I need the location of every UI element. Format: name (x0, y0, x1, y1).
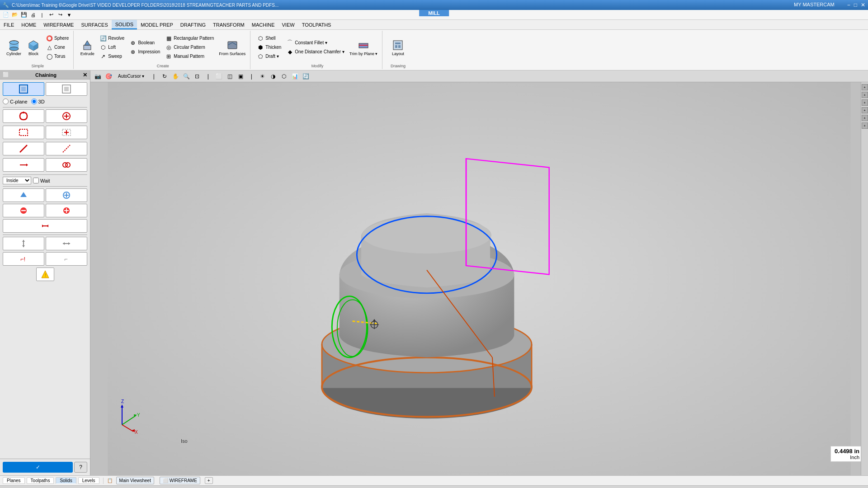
ok-button[interactable]: ✓ (3, 462, 73, 473)
menu-drafting[interactable]: DRAFTING (177, 20, 209, 29)
tab-levels[interactable]: Levels (78, 477, 99, 484)
save-button[interactable]: 💾 (20, 11, 28, 19)
vp-view3-icon[interactable]: ▣ (236, 72, 245, 81)
sphere-button[interactable]: ⭕ Sphere (44, 34, 71, 42)
trim-by-plane-button[interactable]: Trim by Plane ▾ (348, 38, 380, 57)
right-btn-3[interactable]: + (862, 99, 868, 106)
chain-diag2-button[interactable] (46, 142, 87, 155)
help-button[interactable]: ? (74, 462, 87, 473)
chaining-type-solid[interactable] (3, 82, 44, 96)
draft-button[interactable]: ⬠ Draft ▾ (255, 52, 283, 61)
print-button[interactable]: 🖨 (29, 11, 37, 19)
menu-transform[interactable]: TRANSFORM (209, 20, 248, 29)
chain-loop2-button[interactable] (46, 158, 87, 172)
block-button[interactable]: Block (24, 38, 42, 57)
menu-machine[interactable]: MACHINE (248, 20, 278, 29)
undo-button[interactable]: ↩ (47, 11, 55, 19)
add-viewsheet-button[interactable]: + (205, 477, 213, 484)
menu-wireframe[interactable]: WIREFRAME (40, 20, 77, 29)
action-swap-button[interactable] (3, 219, 87, 233)
bracket-left-button[interactable]: ⌐! (3, 252, 44, 266)
vp-zoom-icon[interactable]: 🔍 (182, 72, 191, 81)
chain-arrow-button[interactable] (3, 158, 44, 172)
bracket-right-button[interactable]: ⌐ (46, 252, 87, 266)
cplane-radio[interactable] (3, 99, 9, 104)
cplane-radio-label[interactable]: C-plane (3, 99, 28, 104)
right-btn-6[interactable]: + (862, 122, 868, 129)
chain-loop-button[interactable] (3, 109, 44, 123)
impression-button[interactable]: ⊗ Impression (127, 48, 162, 56)
circular-pattern-button[interactable]: ◎ Circular Pattern (163, 43, 216, 52)
vp-view2-icon[interactable]: ◫ (225, 72, 234, 81)
vp-light-icon[interactable]: ☀ (258, 72, 267, 81)
settings-icon[interactable]: ▼ (65, 11, 73, 19)
sweep-button[interactable]: ↗ Sweep (98, 52, 126, 61)
cylinder-button[interactable]: Cylinder (5, 38, 23, 57)
inside-outside-select[interactable]: Inside Outside All (3, 177, 31, 184)
cone-button[interactable]: △ Cone (44, 43, 71, 52)
right-btn-2[interactable]: + (862, 92, 868, 98)
chaining-type-wire[interactable] (46, 82, 87, 96)
menu-solids[interactable]: SOLIDS (112, 20, 137, 29)
menu-surfaces[interactable]: SURFACES (77, 20, 111, 29)
vp-fit-icon[interactable]: ⊡ (193, 72, 202, 81)
right-btn-1[interactable]: + (862, 84, 868, 90)
chaining-close-button[interactable]: ✕ (83, 72, 87, 78)
tab-planes[interactable]: Planes (3, 477, 25, 484)
wireframe-tab[interactable]: ⬜ WIREFRAME (160, 477, 200, 484)
menu-modelprep[interactable]: MODEL PREP (137, 20, 177, 29)
rectangular-pattern-button[interactable]: ▦ Rectangular Pattern (163, 34, 216, 42)
menu-toolpaths[interactable]: TOOLPATHS (298, 20, 335, 29)
minimize-button[interactable]: − (847, 2, 850, 8)
nav-leftright-button[interactable] (46, 237, 87, 250)
main-viewsheet-tab[interactable]: Main Viewsheet (116, 477, 154, 484)
extrude-button[interactable]: Extrude (78, 38, 96, 57)
nav-updown-button[interactable] (3, 237, 44, 250)
loft-button[interactable]: ⬡ Loft (98, 43, 126, 52)
close-button[interactable]: ✕ (861, 2, 865, 8)
manual-pattern-button[interactable]: ⊞ Manual Pattern (163, 52, 216, 61)
menu-file[interactable]: FILE (0, 20, 18, 29)
warning-button[interactable]: ! (36, 267, 54, 281)
vp-analysis-icon[interactable]: 📊 (290, 72, 299, 81)
open-button[interactable]: 📂 (11, 11, 19, 19)
action-no-button[interactable] (3, 204, 44, 217)
tab-toolpaths[interactable]: Toolpaths (27, 477, 54, 484)
redo-button[interactable]: ↪ (56, 11, 64, 19)
vp-wire-icon[interactable]: ⬡ (279, 72, 288, 81)
shell-button[interactable]: ⬡ Shell (255, 34, 283, 42)
vp-shade-icon[interactable]: ◑ (269, 72, 278, 81)
3d-radio-label[interactable]: 3D (31, 99, 45, 104)
from-surfaces-button[interactable]: From Surfaces (217, 38, 247, 57)
wait-checkbox[interactable] (33, 178, 39, 183)
vp-autocursor-icon[interactable]: 🎯 (104, 72, 113, 81)
maximize-button[interactable]: □ (854, 2, 857, 8)
menu-view[interactable]: VIEW (278, 20, 298, 29)
3d-radio[interactable] (31, 99, 37, 104)
layout-button[interactable]: Layout (389, 38, 407, 57)
canvas-3d[interactable]: Z Y X Iso 0.4498 in Inch (90, 82, 868, 475)
chain-rect-button[interactable] (3, 126, 44, 139)
vp-pan-icon[interactable]: ✋ (171, 72, 180, 81)
action-no-x-button[interactable] (46, 204, 87, 217)
action-add-circle-button[interactable] (46, 188, 87, 202)
thicken-button[interactable]: ⬢ Thicken (255, 43, 283, 52)
action-up-button[interactable] (3, 188, 44, 202)
vp-snapshot-icon[interactable]: 📷 (93, 72, 102, 81)
vp-refresh-icon[interactable]: 🔄 (301, 72, 310, 81)
boolean-button[interactable]: ⊕ Boolean (127, 39, 162, 47)
vp-rotate-icon[interactable]: ↻ (160, 72, 169, 81)
right-btn-5[interactable]: + (862, 115, 868, 121)
vp-view1-icon[interactable]: ⬜ (214, 72, 223, 81)
constant-fillet-button[interactable]: ⌒ Constant Fillet ▾ (284, 39, 346, 47)
new-file-button[interactable]: 📄 (2, 11, 10, 19)
chain-plus-button[interactable] (46, 126, 87, 139)
chain-add-button[interactable] (46, 109, 87, 123)
tab-solids[interactable]: Solids (56, 477, 76, 484)
right-btn-4[interactable]: + (862, 107, 868, 113)
chain-diag1-button[interactable] (3, 142, 44, 155)
one-distance-chamfer-button[interactable]: ◆ One Distance Chamfer ▾ (284, 48, 346, 56)
torus-button[interactable]: ◯ Torus (44, 52, 71, 61)
menu-home[interactable]: HOME (18, 20, 40, 29)
revolve-button[interactable]: 🔄 Revolve (98, 34, 126, 42)
